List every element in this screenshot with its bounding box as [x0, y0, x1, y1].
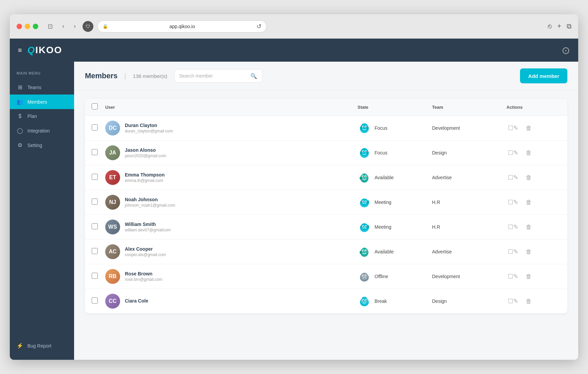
state-cell-2: Focus — [358, 146, 432, 160]
teams-icon: ⊞ — [17, 84, 23, 90]
team-cell-3: Advertise — [432, 174, 506, 181]
sidebar-item-bug-report[interactable]: ⚡ Bug Report — [10, 338, 74, 353]
team-cell-1: Development — [432, 125, 506, 131]
share-button[interactable]: ⎋ — [548, 22, 552, 30]
edit-button-4[interactable]: ☐✎ — [506, 197, 520, 207]
state-column-header: State — [358, 105, 432, 110]
table-row: ET Emma Thompson emma.th@gmail.com Avail… — [85, 165, 567, 190]
main-layout: MAIN MENU ⊞ Teams 👥 Members $ Plan ◯ Int… — [10, 62, 578, 360]
delete-button-6[interactable]: 🗑 — [524, 247, 533, 257]
user-avatar-button[interactable]: ⊙ — [562, 44, 570, 56]
add-member-button[interactable]: Add member — [520, 68, 567, 83]
delete-button-2[interactable]: 🗑 — [524, 148, 533, 158]
delete-button-3[interactable]: 🗑 — [524, 173, 533, 183]
page-title: Members — [85, 71, 118, 80]
delete-button-1[interactable]: 🗑 — [524, 123, 533, 133]
edit-button-5[interactable]: ☐✎ — [506, 222, 520, 232]
forward-button[interactable]: › — [71, 21, 78, 31]
logo-text: IKOO — [35, 45, 62, 56]
avatar-8: CC — [105, 294, 120, 309]
edit-button-3[interactable]: ☐✎ — [506, 172, 520, 183]
address-bar[interactable]: 🔒 app.qikoo.io ↺ — [97, 20, 267, 33]
sidebar-item-members-label: Members — [27, 99, 47, 105]
team-label-7: Development — [432, 274, 460, 279]
user-name-4: Noah Johnson — [125, 197, 175, 202]
table-row: WS William Smith william.dev07@gmailcom … — [85, 215, 567, 240]
sidebar-item-plan[interactable]: $ Plan — [10, 109, 74, 123]
edit-button-1[interactable]: ☐✎ — [506, 123, 520, 133]
tab-overview-button[interactable]: ⧉ — [567, 22, 571, 30]
edit-button-7[interactable]: ☐✎ — [506, 271, 520, 282]
row-checkbox-8[interactable] — [92, 297, 98, 304]
edit-button-2[interactable]: ☐✎ — [506, 148, 520, 158]
content-area: Members | 136 member(s) 🔍 Add member — [74, 62, 578, 360]
user-email-2: jason2020@gmail.com — [125, 153, 166, 158]
reload-button[interactable]: ↺ — [256, 23, 262, 30]
close-window-button[interactable] — [17, 24, 22, 29]
table-header-row: User State Team Actions — [85, 99, 567, 116]
divider: | — [125, 72, 126, 80]
search-input[interactable] — [179, 73, 247, 79]
avatar-7: RB — [105, 269, 120, 284]
row-checkbox-6[interactable] — [92, 248, 98, 254]
state-monster-1 — [358, 121, 371, 135]
member-count: 136 member(s) — [133, 73, 167, 79]
lock-icon: 🔒 — [103, 24, 108, 29]
edit-button-8[interactable]: ☐✎ — [506, 296, 520, 306]
delete-button-4[interactable]: 🗑 — [524, 198, 533, 207]
avatar-6: AC — [105, 244, 120, 259]
team-cell-6: Advertise — [432, 249, 506, 255]
search-bar[interactable]: 🔍 — [174, 69, 262, 83]
delete-button-7[interactable]: 🗑 — [524, 272, 533, 282]
user-icon: ⊙ — [562, 45, 570, 56]
browser-titlebar: ⊡ ‹ › 🛡 🔒 app.qikoo.io ↺ ⎋ + ⧉ — [10, 14, 578, 39]
sidebar-toggle-button[interactable]: ⊡ — [45, 21, 55, 32]
state-monster-5 — [358, 220, 371, 234]
table-row: DC Duran Clayton duran_clayton@gmail.com… — [85, 116, 567, 141]
svg-point-30 — [367, 200, 369, 204]
state-cell-6: Available — [358, 245, 432, 258]
state-cell-3: Available — [358, 171, 432, 184]
table-row: RB Rose Brown rose.brn@gmail.com Offline… — [85, 264, 567, 289]
maximize-window-button[interactable] — [33, 24, 38, 29]
search-icon: 🔍 — [250, 73, 257, 79]
new-tab-button[interactable]: + — [557, 22, 561, 30]
user-name-3: Emma Thompson — [125, 172, 164, 178]
sidebar-item-bug-report-label: Bug Report — [27, 343, 51, 349]
table-row: AC Alex Cooper cooper.alx@gmail.com Avai… — [85, 240, 567, 264]
hamburger-menu-button[interactable]: ≡ — [18, 46, 22, 54]
row-checkbox-7[interactable] — [92, 273, 98, 279]
state-cell-5: Meeting — [358, 220, 432, 234]
sidebar: MAIN MENU ⊞ Teams 👥 Members $ Plan ◯ Int… — [10, 62, 74, 360]
delete-button-5[interactable]: 🗑 — [524, 222, 533, 232]
app-container: ≡ Q IKOO ⊙ MAIN MENU ⊞ Teams 👥 Me — [10, 39, 578, 360]
edit-button-6[interactable]: ☐✎ — [506, 247, 520, 257]
row-checkbox-3[interactable] — [92, 174, 98, 180]
delete-button-8[interactable]: 🗑 — [524, 296, 533, 306]
select-all-checkbox[interactable] — [92, 103, 98, 109]
user-email-6: cooper.alx@gmail.com — [125, 252, 166, 257]
row-checkbox-1[interactable] — [92, 124, 98, 130]
svg-point-21 — [365, 176, 366, 177]
svg-point-38 — [367, 225, 369, 229]
sidebar-item-integration[interactable]: ◯ Integration — [10, 123, 74, 138]
minimize-window-button[interactable] — [25, 24, 30, 29]
sidebar-item-setting[interactable]: ⚙ Setting — [10, 138, 74, 152]
row-checkbox-2[interactable] — [92, 149, 98, 155]
state-monster-2 — [358, 146, 371, 160]
state-label-5: Meeting — [375, 224, 391, 230]
svg-point-55 — [361, 297, 368, 305]
sidebar-item-members[interactable]: 👥 Members — [10, 95, 74, 109]
team-column-header: Team — [432, 105, 506, 110]
svg-point-59 — [365, 300, 366, 301]
row-checkbox-5[interactable] — [92, 223, 98, 229]
sidebar-item-teams[interactable]: ⊞ Teams — [10, 80, 74, 95]
avatar-2: JA — [105, 145, 120, 160]
table-row: CC Ciara Cole Break Design ☐✎ 🗑 — [85, 289, 567, 313]
user-email-7: rose.brn@gmail.com — [125, 277, 162, 282]
back-button[interactable]: ‹ — [60, 21, 67, 31]
avatar-5: WS — [105, 220, 120, 234]
row-checkbox-4[interactable] — [92, 199, 98, 205]
svg-point-15 — [367, 151, 369, 154]
state-cell-1: Focus — [358, 121, 432, 135]
